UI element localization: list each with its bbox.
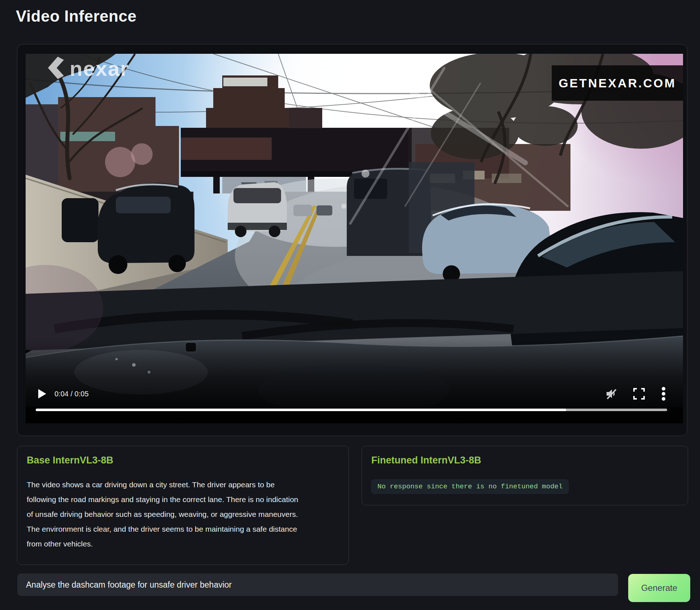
progress-played bbox=[36, 409, 566, 411]
base-model-panel: Base InternVL3-8B The video shows a car … bbox=[17, 446, 349, 565]
nexar-logotype: nexar bbox=[70, 58, 129, 79]
nexar-chevron-icon bbox=[48, 57, 64, 80]
base-response-text: The video shows a car driving down a cit… bbox=[27, 477, 341, 551]
finetuned-panel-title: Finetuned InternVL3-8B bbox=[371, 455, 481, 466]
time-display: 0:04 / 0:05 bbox=[54, 389, 89, 398]
video-card: nexar GETNEXAR.COM 0:04 / 0:05 bbox=[17, 44, 687, 436]
kebab-menu-icon[interactable] bbox=[661, 387, 666, 402]
page-title: Video Inference bbox=[16, 7, 136, 25]
finetuned-response-chip: No response since there is no finetuned … bbox=[371, 479, 569, 494]
video-player[interactable]: nexar GETNEXAR.COM 0:04 / 0:05 bbox=[26, 54, 683, 423]
generate-button[interactable]: Generate bbox=[628, 574, 690, 602]
play-icon[interactable] bbox=[38, 389, 46, 398]
progress-bar[interactable] bbox=[36, 409, 667, 411]
getnexar-badge: GETNEXAR.COM bbox=[552, 65, 683, 101]
prompt-input[interactable] bbox=[17, 574, 618, 596]
nexar-watermark: nexar bbox=[48, 57, 129, 80]
finetuned-model-panel: Finetuned InternVL3-8B No response since… bbox=[362, 446, 688, 505]
base-panel-title: Base InternVL3-8B bbox=[27, 455, 113, 466]
muted-speaker-icon[interactable] bbox=[605, 387, 618, 402]
fullscreen-icon[interactable] bbox=[633, 388, 645, 401]
